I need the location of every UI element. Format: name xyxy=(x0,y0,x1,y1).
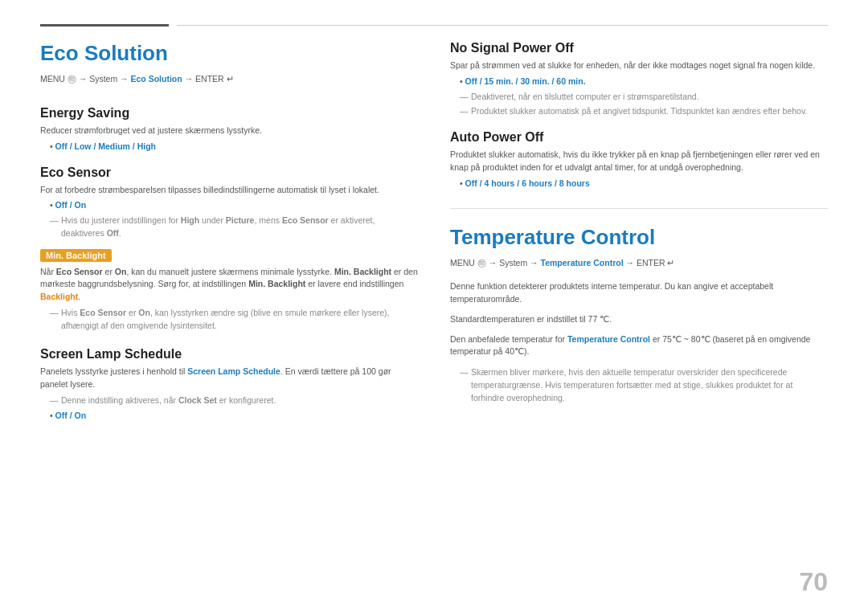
top-bar-right-line xyxy=(177,25,828,26)
auto-power-off-options: Off / 4 hours / 6 hours / 8 hours xyxy=(460,178,828,190)
section-divider xyxy=(450,208,828,209)
no-signal-note1: Deaktiveret, når en tilsluttet computer … xyxy=(460,91,828,104)
top-bar xyxy=(40,24,828,27)
screen-lamp-title: Screen Lamp Schedule xyxy=(40,347,418,362)
two-col-layout: Eco Solution MENU ㊞ → System → Eco Solut… xyxy=(40,41,828,589)
temp-control-body3: Den anbefalede temperatur for Temperatur… xyxy=(450,333,828,359)
top-bar-left-line xyxy=(40,24,169,27)
tc-menu-prefix: MENU xyxy=(450,258,477,268)
no-signal-note2: Produktet slukker automatisk på et angiv… xyxy=(460,105,828,118)
col-left: Eco Solution MENU ㊞ → System → Eco Solut… xyxy=(40,41,418,589)
screen-lamp-options-text: Off / On xyxy=(55,411,87,420)
temp-control-note: Skærmen bliver mørkere, hvis den aktuell… xyxy=(460,366,828,404)
col-right: No Signal Power Off Spar på strømmen ved… xyxy=(450,41,828,589)
menu-highlight: Eco Solution xyxy=(131,74,182,84)
screen-lamp-body: Panelets lysstyrke justeres i henhold ti… xyxy=(40,366,418,391)
temp-control-body1: Denne funktion detekterer produktets int… xyxy=(450,280,828,306)
temperature-control-menu-path: MENU ㊞ → System → Temperature Control → … xyxy=(450,258,828,269)
temperature-control-title: Temperature Control xyxy=(450,225,828,250)
eco-sensor-note: Hvis du justerer indstillingen for High … xyxy=(50,215,418,240)
eco-sensor-options: Off / On xyxy=(50,199,418,212)
energy-saving-body: Reducer strømforbruget ved at justere sk… xyxy=(40,125,418,137)
eco-solution-menu-path: MENU ㊞ → System → Eco Solution → ENTER ↵ xyxy=(40,74,418,85)
auto-power-off-title: Auto Power Off xyxy=(450,130,828,145)
temp-control-body2: Standardtemperaturen er indstillet til 7… xyxy=(450,313,828,326)
no-signal-options-text: Off / 15 min. / 30 min. / 60 min. xyxy=(465,76,586,86)
no-signal-body: Spar på strømmen ved at slukke for enhed… xyxy=(450,59,828,72)
min-backlight-note: Hvis Eco Sensor er On, kan lysstyrken æn… xyxy=(50,307,418,333)
tc-menu-highlight: Temperature Control xyxy=(541,258,624,268)
eco-sensor-title: Eco Sensor xyxy=(40,166,418,180)
energy-saving-options-text: Off / Low / Medium / High xyxy=(55,141,156,151)
min-backlight-badge: Min. Backlight xyxy=(40,249,112,262)
tc-menu-mid: → System → xyxy=(489,258,541,268)
min-backlight-body: Når Eco Sensor er On, kan du manuelt jus… xyxy=(40,266,418,304)
energy-saving-title: Energy Saving xyxy=(40,106,418,121)
min-backlight-badge-wrapper: Min. Backlight xyxy=(40,243,418,266)
no-signal-title: No Signal Power Off xyxy=(450,41,828,55)
energy-saving-options: Off / Low / Medium / High xyxy=(50,141,418,153)
enter-icon: ↵ xyxy=(227,74,234,84)
eco-sensor-body: For at forbedre strømbesparelsen tilpass… xyxy=(40,184,418,197)
eco-sensor-options-text: Off / On xyxy=(55,200,87,210)
tc-enter-icon: ↵ xyxy=(667,258,674,268)
tc-menu-icon: ㊞ xyxy=(477,258,486,268)
menu-icon: ㊞ xyxy=(68,74,76,84)
screen-lamp-note: Denne indstilling aktiveres, når Clock S… xyxy=(50,394,418,407)
menu-prefix: MENU xyxy=(40,74,68,84)
page-number: 70 xyxy=(799,567,828,597)
page: Eco Solution MENU ㊞ → System → Eco Solut… xyxy=(0,0,868,613)
menu-suffix: → ENTER xyxy=(185,74,227,84)
tc-menu-suffix: → ENTER xyxy=(626,258,668,268)
eco-solution-title: Eco Solution xyxy=(40,41,418,66)
screen-lamp-options: Off / On xyxy=(50,410,418,423)
menu-mid: → System → xyxy=(79,74,131,84)
auto-power-off-options-text: Off / 4 hours / 6 hours / 8 hours xyxy=(465,178,590,188)
auto-power-off-body: Produktet slukker automatisk, hvis du ik… xyxy=(450,149,828,174)
no-signal-options: Off / 15 min. / 30 min. / 60 min. xyxy=(460,76,828,88)
